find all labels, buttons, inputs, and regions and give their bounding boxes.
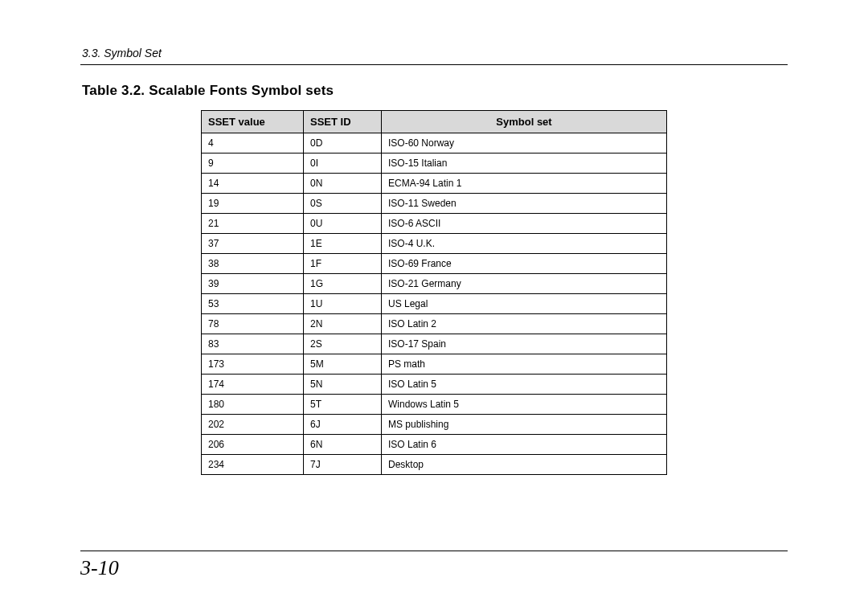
table-title: Table 3.2. Scalable Fonts Symbol sets — [82, 83, 788, 99]
cell-sset-id: 0N — [304, 174, 382, 194]
cell-sset-value: 206 — [202, 435, 304, 455]
cell-sset-value: 78 — [202, 314, 304, 334]
cell-symbol-set: ISO-17 Spain — [382, 334, 667, 354]
table-row: 90IISO-15 Italian — [202, 154, 667, 174]
cell-symbol-set: ISO Latin 5 — [382, 375, 667, 395]
cell-symbol-set: ISO Latin 6 — [382, 435, 667, 455]
cell-sset-value: 21 — [202, 214, 304, 234]
cell-symbol-set: PS math — [382, 354, 667, 375]
table-row: 1745NISO Latin 5 — [202, 375, 667, 395]
table-row: 140NECMA-94 Latin 1 — [202, 174, 667, 194]
table-row: 40DISO-60 Norway — [202, 133, 667, 154]
cell-sset-value: 14 — [202, 174, 304, 194]
footer-rule — [80, 551, 788, 551]
cell-sset-id: 5N — [304, 375, 382, 395]
table-row: 1805TWindows Latin 5 — [202, 395, 667, 415]
table-row: 210UISO-6 ASCII — [202, 214, 667, 234]
section-header: 3.3. Symbol Set — [82, 47, 788, 59]
cell-sset-value: 202 — [202, 415, 304, 435]
cell-sset-value: 180 — [202, 395, 304, 415]
cell-sset-id: 1U — [304, 294, 382, 314]
table-row: 391GISO-21 Germany — [202, 274, 667, 294]
cell-symbol-set: ISO-60 Norway — [382, 133, 667, 154]
cell-sset-value: 83 — [202, 334, 304, 354]
cell-sset-id: 2S — [304, 334, 382, 354]
table-row: 2066NISO Latin 6 — [202, 435, 667, 455]
cell-symbol-set: ISO-21 Germany — [382, 274, 667, 294]
cell-sset-id: 7J — [304, 455, 382, 475]
cell-sset-value: 39 — [202, 274, 304, 294]
table-container: SSET value SSET ID Symbol set 40DISO-60 … — [201, 110, 667, 475]
cell-sset-value: 19 — [202, 194, 304, 214]
cell-sset-value: 37 — [202, 234, 304, 254]
table-row: 381FISO-69 France — [202, 254, 667, 274]
cell-sset-value: 53 — [202, 294, 304, 314]
col-header-sset-id: SSET ID — [304, 111, 382, 133]
cell-sset-id: 5T — [304, 395, 382, 415]
cell-symbol-set: MS publishing — [382, 415, 667, 435]
table-row: 190SISO-11 Sweden — [202, 194, 667, 214]
table-row: 2347JDesktop — [202, 455, 667, 475]
table-row: 371EISO-4 U.K. — [202, 234, 667, 254]
col-header-symbol-set: Symbol set — [382, 111, 667, 133]
table-row: 531UUS Legal — [202, 294, 667, 314]
cell-symbol-set: ISO Latin 2 — [382, 314, 667, 334]
table-row: 1735MPS math — [202, 354, 667, 375]
cell-sset-id: 0D — [304, 133, 382, 154]
cell-symbol-set: ISO-11 Sweden — [382, 194, 667, 214]
cell-sset-id: 1E — [304, 234, 382, 254]
cell-sset-id: 0I — [304, 154, 382, 174]
cell-sset-id: 6J — [304, 415, 382, 435]
cell-sset-value: 173 — [202, 354, 304, 375]
cell-sset-id: 0U — [304, 214, 382, 234]
cell-symbol-set: ECMA-94 Latin 1 — [382, 174, 667, 194]
cell-sset-value: 38 — [202, 254, 304, 274]
cell-symbol-set: ISO-15 Italian — [382, 154, 667, 174]
page-number: 3-10 — [80, 556, 119, 580]
table-body: 40DISO-60 Norway90IISO-15 Italian140NECM… — [202, 133, 667, 475]
cell-symbol-set: US Legal — [382, 294, 667, 314]
symbol-sets-table: SSET value SSET ID Symbol set 40DISO-60 … — [201, 110, 667, 475]
table-header-row: SSET value SSET ID Symbol set — [202, 111, 667, 133]
cell-sset-id: 5M — [304, 354, 382, 375]
table-row: 832SISO-17 Spain — [202, 334, 667, 354]
cell-symbol-set: ISO-69 France — [382, 254, 667, 274]
cell-sset-value: 174 — [202, 375, 304, 395]
cell-sset-value: 234 — [202, 455, 304, 475]
cell-symbol-set: Windows Latin 5 — [382, 395, 667, 415]
cell-sset-id: 0S — [304, 194, 382, 214]
cell-symbol-set: Desktop — [382, 455, 667, 475]
table-row: 782NISO Latin 2 — [202, 314, 667, 334]
header-rule — [80, 64, 788, 65]
col-header-sset-value: SSET value — [202, 111, 304, 133]
cell-sset-value: 4 — [202, 133, 304, 154]
cell-symbol-set: ISO-6 ASCII — [382, 214, 667, 234]
cell-sset-id: 1G — [304, 274, 382, 294]
cell-sset-id: 1F — [304, 254, 382, 274]
cell-symbol-set: ISO-4 U.K. — [382, 234, 667, 254]
cell-sset-id: 6N — [304, 435, 382, 455]
document-page: 3.3. Symbol Set Table 3.2. Scalable Font… — [0, 0, 868, 614]
table-row: 2026JMS publishing — [202, 415, 667, 435]
cell-sset-id: 2N — [304, 314, 382, 334]
cell-sset-value: 9 — [202, 154, 304, 174]
